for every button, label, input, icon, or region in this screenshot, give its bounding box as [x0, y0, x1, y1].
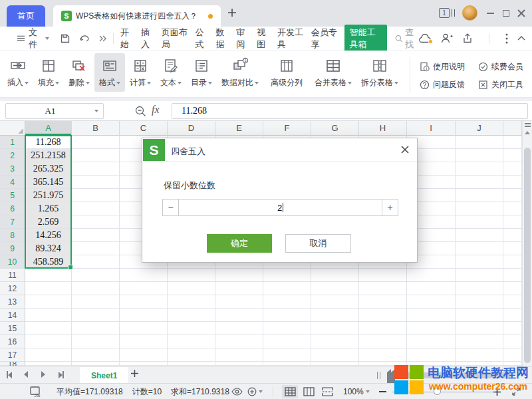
cell-A10[interactable]: 458.589	[25, 255, 72, 269]
stepper-plus-button[interactable]: +	[382, 200, 398, 215]
next-sheet-button[interactable]	[41, 371, 45, 378]
cell-K14[interactable]	[503, 309, 522, 322]
cell-A2[interactable]: 251.2158	[25, 149, 72, 162]
row-header-8[interactable]: 8	[0, 229, 25, 242]
usage-help-button[interactable]: 使用说明	[420, 61, 465, 72]
cell-K10[interactable]	[503, 255, 522, 269]
cell-J14[interactable]	[456, 309, 503, 322]
cell-H17[interactable]	[359, 348, 407, 362]
cell-A11[interactable]	[25, 269, 72, 282]
cell-C15[interactable]	[120, 322, 168, 335]
column-header-H[interactable]: H	[359, 121, 407, 136]
cell-A15[interactable]	[25, 322, 72, 335]
formula-input[interactable]: 11.268	[172, 103, 528, 119]
column-header-B[interactable]: B	[72, 121, 120, 136]
cell-B7[interactable]	[72, 215, 120, 229]
menu-view[interactable]: 视图	[257, 27, 270, 51]
cell-J6[interactable]	[456, 202, 503, 215]
cell-C12[interactable]	[120, 282, 168, 295]
row-header-9[interactable]: 9	[0, 242, 25, 255]
cell-J3[interactable]	[456, 162, 503, 176]
cell-K1[interactable]	[503, 136, 522, 149]
cell-B18[interactable]	[72, 362, 120, 366]
menu-formulas[interactable]: 公式	[196, 27, 209, 51]
cell-K5[interactable]	[503, 189, 522, 202]
cell-B5[interactable]	[72, 189, 120, 202]
cell-B14[interactable]	[72, 309, 120, 322]
cell-G14[interactable]	[311, 309, 359, 322]
cell-D13[interactable]	[168, 295, 215, 309]
cell-G18[interactable]	[311, 362, 359, 366]
zoom-out-button[interactable]	[379, 391, 386, 392]
cell-E12[interactable]	[215, 282, 263, 295]
fx-icon[interactable]: fx	[152, 104, 160, 116]
cell-I14[interactable]	[407, 309, 456, 322]
cancel-button[interactable]: 取消	[285, 234, 351, 253]
cell-A9[interactable]: 89.324	[25, 242, 72, 255]
feedback-button[interactable]: 问题反馈	[420, 79, 465, 90]
cell-I13[interactable]	[407, 295, 456, 309]
cell-D17[interactable]	[168, 348, 215, 362]
cell-J12[interactable]	[456, 282, 503, 295]
document-tab[interactable]: S WPS表格如何快速进行四舍五入？	[53, 5, 221, 27]
cell-C16[interactable]	[120, 335, 168, 348]
column-header-D[interactable]: D	[168, 121, 215, 136]
collapse-ribbon-icon[interactable]	[517, 36, 525, 41]
horizontal-split-handle[interactable]	[377, 372, 380, 379]
column-header-partial[interactable]	[503, 121, 522, 136]
ok-button[interactable]: 确定	[207, 234, 272, 253]
more-options-icon[interactable]	[505, 33, 508, 44]
cell-D14[interactable]	[168, 309, 215, 322]
cell-A14[interactable]	[25, 309, 72, 322]
macro-status-button[interactable]: JS	[30, 384, 43, 399]
cell-H15[interactable]	[359, 322, 407, 335]
column-header-E[interactable]: E	[215, 121, 263, 136]
cell-F18[interactable]	[263, 362, 311, 366]
cell-J2[interactable]	[456, 149, 503, 162]
cell-J9[interactable]	[456, 242, 503, 255]
cell-K17[interactable]	[503, 348, 522, 362]
cell-E15[interactable]	[215, 322, 263, 335]
menu-smart-toolbox-active[interactable]: 智能工具箱	[344, 25, 387, 53]
cell-D11[interactable]	[168, 269, 215, 282]
cell-B1[interactable]	[72, 136, 120, 149]
row-header-17[interactable]: 17	[0, 348, 25, 362]
menu-review[interactable]: 审阅	[236, 27, 249, 51]
cell-C11[interactable]	[120, 269, 168, 282]
cell-F11[interactable]	[263, 269, 311, 282]
cell-E18[interactable]	[215, 362, 263, 366]
sheet-tab-sheet1[interactable]: Sheet1	[80, 367, 128, 384]
row-header-6[interactable]: 6	[0, 202, 25, 215]
vertical-scrollbar[interactable]	[522, 121, 532, 366]
cell-A13[interactable]	[25, 295, 72, 309]
cell-A5[interactable]: 251.975	[25, 189, 72, 202]
menu-start[interactable]: 开始	[120, 27, 134, 51]
calculate-button[interactable]: 计算	[125, 53, 156, 92]
cell-K6[interactable]	[503, 202, 522, 215]
row-header-16[interactable]: 16	[0, 335, 25, 348]
cell-B15[interactable]	[72, 322, 120, 335]
cell-A3[interactable]: 265.325	[25, 162, 72, 176]
cell-B17[interactable]	[72, 348, 120, 362]
delete-button[interactable]: 删除	[64, 53, 94, 92]
first-sheet-button[interactable]	[7, 371, 12, 378]
row-header-10[interactable]: 10	[0, 255, 25, 269]
cell-I15[interactable]	[407, 322, 456, 335]
cell-F14[interactable]	[263, 309, 311, 322]
zoom-out-icon[interactable]	[135, 106, 146, 117]
cell-H14[interactable]	[359, 309, 407, 322]
row-header-14[interactable]: 14	[0, 309, 25, 322]
cell-C18[interactable]	[120, 362, 168, 366]
decimal-places-input[interactable]: 2	[179, 200, 382, 215]
toc-button[interactable]: 目录	[186, 53, 217, 92]
file-menu[interactable]: 文件	[17, 27, 49, 51]
cell-B3[interactable]	[72, 162, 120, 176]
cell-E16[interactable]	[215, 335, 263, 348]
close-window-button[interactable]	[515, 8, 527, 19]
share-icon[interactable]	[462, 33, 473, 43]
cell-B16[interactable]	[72, 335, 120, 348]
cell-A8[interactable]: 14.256	[25, 229, 72, 242]
row-header-11[interactable]: 11	[0, 269, 25, 282]
zoom-level-button[interactable]: 100%	[343, 384, 370, 399]
new-tab-button[interactable]	[225, 6, 239, 21]
